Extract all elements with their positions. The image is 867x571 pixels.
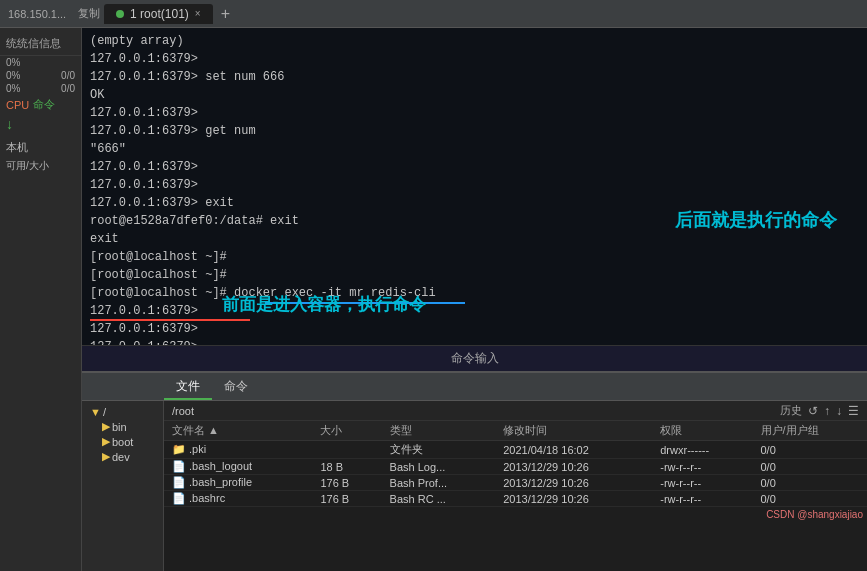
cell-type: Bash Log...	[382, 459, 496, 475]
folder-icon-dev: ▶	[102, 450, 110, 463]
cell-size: 176 B	[312, 491, 381, 507]
cell-owner: 0/0	[753, 459, 868, 475]
col-type[interactable]: 类型	[382, 421, 496, 441]
metric-cpu: 0%	[0, 56, 81, 69]
file-toolbar: 历史 ↺ ↑ ↓ ☰	[780, 403, 859, 418]
down-arrow[interactable]: ↓	[0, 114, 81, 134]
top-bar: 168.150.1... 复制 1 root(101) × +	[0, 0, 867, 28]
term-line-7: 127.0.0.1:6379>	[90, 158, 859, 176]
history-label: 历史	[780, 403, 802, 418]
system-info-section: 统统信信息	[0, 32, 81, 56]
new-tab-button[interactable]: +	[221, 5, 230, 23]
disk-vals: 0/0	[61, 83, 75, 94]
bottom-section: 文件 命令 ▼ / ▶ bin ▶ boot	[82, 371, 867, 571]
cell-modified: 2013/12/29 10:26	[495, 475, 652, 491]
terminal-tab[interactable]: 1 root(101) ×	[104, 4, 213, 24]
mem-percent: 0%	[6, 70, 20, 81]
cell-modified: 2013/12/29 10:26	[495, 491, 652, 507]
menu-button[interactable]: ☰	[848, 404, 859, 418]
term-line-13: [root@localhost ~]#	[90, 266, 859, 284]
tab-close[interactable]: ×	[195, 8, 201, 19]
term-line-14: [root@localhost ~]# docker exec -it mr r…	[90, 284, 859, 302]
brand-label: CSDN @shangxiajiao	[164, 507, 867, 522]
cpu-cmd-row: CPU 命令	[0, 95, 81, 114]
local-label: 本机	[0, 138, 81, 157]
term-line-0: (empty array)	[90, 32, 859, 50]
cell-perms: -rw-r--r--	[652, 491, 752, 507]
table-row[interactable]: 📁 .pki 文件夹 2021/04/18 16:02 drwxr------ …	[164, 441, 867, 459]
url-label: 168.150.1...	[8, 8, 66, 20]
tab-commands[interactable]: 命令	[212, 375, 260, 400]
file-tree-sidebar: ▼ / ▶ bin ▶ boot ▶ dev	[82, 401, 164, 571]
cell-modified: 2021/04/18 16:02	[495, 441, 652, 459]
cell-type: Bash Prof...	[382, 475, 496, 491]
annotation-exec-cmd: 后面就是执行的命令	[675, 208, 837, 235]
upload-button[interactable]: ↑	[824, 404, 830, 418]
cell-type: Bash RC ...	[382, 491, 496, 507]
metric-disk: 0% 0/0	[0, 82, 81, 95]
term-line-12: [root@localhost ~]#	[90, 248, 859, 266]
cell-filename: 📄 .bash_logout	[164, 459, 312, 475]
cmd-input-bar: 命令输入	[82, 345, 867, 371]
col-modified[interactable]: 修改时间	[495, 421, 652, 441]
metric-mem: 0% 0/0	[0, 69, 81, 82]
cmd-label[interactable]: 命令	[33, 97, 55, 112]
avail-label: 可用/大小	[0, 157, 81, 175]
terminal-area: (empty array) 127.0.0.1:6379> 127.0.0.1:…	[82, 28, 867, 371]
mem-vals: 0/0	[61, 70, 75, 81]
cpu-label: CPU	[6, 99, 29, 111]
file-table: 文件名 ▲ 大小 类型 修改时间 权限 用户/用户组 📁 .pki 文件夹 20	[164, 421, 867, 507]
tree-boot[interactable]: ▶ boot	[98, 434, 159, 449]
tree-root[interactable]: ▼ /	[86, 405, 159, 419]
cell-perms: drwxr------	[652, 441, 752, 459]
annotation-enter-container: 前面是进入容器，执行命令	[222, 293, 426, 319]
cell-modified: 2013/12/29 10:26	[495, 459, 652, 475]
tree-root-label: /	[103, 406, 106, 418]
term-line-5: 127.0.0.1:6379> get num	[90, 122, 859, 140]
terminal-output[interactable]: (empty array) 127.0.0.1:6379> 127.0.0.1:…	[82, 28, 867, 345]
col-size[interactable]: 大小	[312, 421, 381, 441]
term-line-8: 127.0.0.1:6379>	[90, 176, 859, 194]
cell-size: 176 B	[312, 475, 381, 491]
col-perms[interactable]: 权限	[652, 421, 752, 441]
left-sidebar: 统统信信息 0% 0% 0/0 0% 0/0 CPU 命令 ↓ 本机 可用/大小	[0, 28, 82, 571]
cpu-percent: 0%	[6, 57, 20, 68]
cell-filename: 📄 .bash_profile	[164, 475, 312, 491]
cell-perms: -rw-r--r--	[652, 475, 752, 491]
folder-icon-boot: ▶	[102, 435, 110, 448]
term-line-4: 127.0.0.1:6379>	[90, 104, 859, 122]
cell-size	[312, 441, 381, 459]
tree-bin[interactable]: ▶ bin	[98, 419, 159, 434]
refresh-button[interactable]: ↺	[808, 404, 818, 418]
main-layout: 统统信信息 0% 0% 0/0 0% 0/0 CPU 命令 ↓ 本机 可用/大小…	[0, 28, 867, 571]
col-owner[interactable]: 用户/用户组	[753, 421, 868, 441]
tree-bin-label: bin	[112, 421, 127, 433]
col-filename[interactable]: 文件名 ▲	[164, 421, 312, 441]
cmd-input-label[interactable]: 命令输入	[451, 350, 499, 367]
cell-filename: 📄 .bashrc	[164, 491, 312, 507]
tree-dev[interactable]: ▶ dev	[98, 449, 159, 464]
cell-size: 18 B	[312, 459, 381, 475]
tree-boot-label: boot	[112, 436, 133, 448]
tab-dot	[116, 10, 124, 18]
cell-type: 文件夹	[382, 441, 496, 459]
cell-filename: 📁 .pki	[164, 441, 312, 459]
table-row[interactable]: 📄 .bash_profile 176 B Bash Prof... 2013/…	[164, 475, 867, 491]
term-line-15: 127.0.0.1:6379>	[90, 302, 859, 320]
disk-percent: 0%	[6, 83, 20, 94]
file-panel: /root 历史 ↺ ↑ ↓ ☰ 文件名 ▲	[164, 401, 867, 571]
folder-icon: ▼	[90, 406, 101, 418]
table-row[interactable]: 📄 .bash_logout 18 B Bash Log... 2013/12/…	[164, 459, 867, 475]
term-line-6: "666"	[90, 140, 859, 158]
copy-button[interactable]: 复制	[78, 6, 100, 21]
cell-owner: 0/0	[753, 475, 868, 491]
underline-red	[90, 319, 250, 321]
tree-dev-label: dev	[112, 451, 130, 463]
term-line-2: 127.0.0.1:6379> set num 666	[90, 68, 859, 86]
term-line-3: OK	[90, 86, 859, 104]
bottom-content: ▼ / ▶ bin ▶ boot ▶ dev	[82, 401, 867, 571]
term-line-1: 127.0.0.1:6379>	[90, 50, 859, 68]
download-button[interactable]: ↓	[836, 404, 842, 418]
table-row[interactable]: 📄 .bashrc 176 B Bash RC ... 2013/12/29 1…	[164, 491, 867, 507]
tab-files[interactable]: 文件	[164, 375, 212, 400]
